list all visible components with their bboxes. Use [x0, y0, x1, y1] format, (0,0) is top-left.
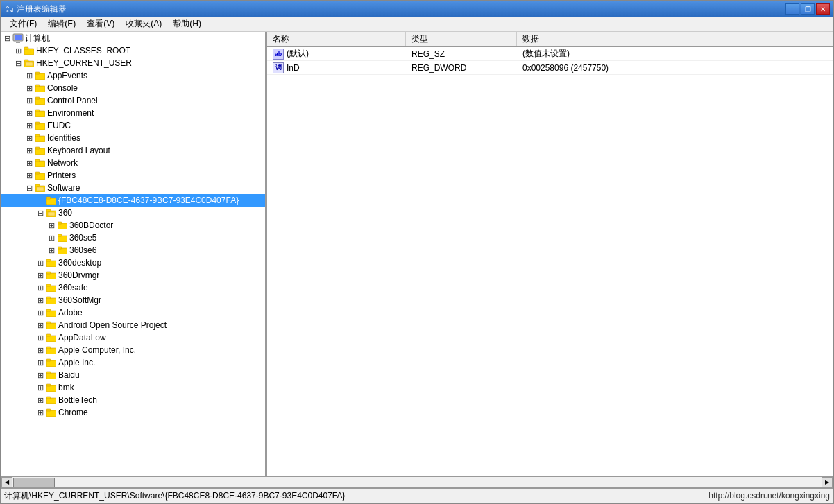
folder-icon-android_oss: [46, 320, 57, 331]
tree-label-360se5: 360se5: [69, 232, 96, 244]
tree-item-control_panel[interactable]: ⊞ Control Panel: [1, 94, 265, 107]
tree-item-bmk[interactable]: ⊞ bmk: [1, 381, 265, 394]
close-button[interactable]: ✕: [816, 3, 830, 15]
tree-item-chrome[interactable]: ⊞ Chrome: [1, 406, 265, 419]
expand-btn-360se5[interactable]: ⊞: [46, 232, 57, 243]
tree-label-360bdoctor: 360BDoctor: [69, 219, 113, 232]
expand-btn-360bdoctor[interactable]: ⊞: [46, 220, 57, 231]
menu-view[interactable]: 查看(V): [81, 17, 120, 31]
tree-item-printers[interactable]: ⊞ Printers: [1, 169, 265, 182]
tree-item-360desktop[interactable]: ⊞ 360desktop: [1, 257, 265, 269]
tree-item-360softmgr[interactable]: ⊞ 360SoftMgr: [1, 294, 265, 306]
expand-btn-computer[interactable]: ⊟: [1, 33, 12, 44]
table-row[interactable]: ab(默认)REG_SZ(数值未设置): [267, 47, 833, 61]
svg-rect-56: [46, 360, 56, 367]
menu-file[interactable]: 文件(F): [4, 17, 42, 31]
tree-item-bottletech[interactable]: ⊞ BottleTech: [1, 394, 265, 406]
tree-item-360drvmgr[interactable]: ⊞ 360Drvmgr: [1, 269, 265, 281]
tree-item-fbc48ce8[interactable]: {FBC48CE8-D8CE-4637-9BC7-93E4C0D407FA}: [1, 194, 265, 207]
expand-btn-apple_computer[interactable]: ⊞: [35, 345, 46, 356]
tree-item-360safe[interactable]: ⊞ 360safe: [1, 281, 265, 294]
tree-item-console[interactable]: ⊞ Console: [1, 82, 265, 94]
horizontal-scrollbar[interactable]: [12, 477, 822, 488]
menu-favorites[interactable]: 收藏夹(A): [120, 17, 167, 31]
folder-icon-chrome: [46, 407, 57, 418]
tree-item-computer[interactable]: ⊟计算机: [1, 32, 265, 44]
tree-item-apple_computer[interactable]: ⊞ Apple Computer, Inc.: [1, 344, 265, 356]
expand-btn-adobe[interactable]: ⊞: [35, 307, 46, 318]
tree-item-360se5[interactable]: ⊞ 360se5: [1, 232, 265, 244]
tree-item-adobe[interactable]: ⊞ Adobe: [1, 306, 265, 319]
table-row[interactable]: 调InDREG_DWORD0x00258096 (2457750): [267, 61, 833, 75]
bottom-scrollbar[interactable]: ◀ ▶: [1, 476, 833, 487]
regedit-window: 🗂 注册表编辑器 — ❐ ✕ 文件(F) 编辑(E) 查看(V) 收藏夹(A) …: [0, 0, 834, 504]
tree-item-network[interactable]: ⊞ Network: [1, 157, 265, 169]
svg-rect-10: [35, 86, 45, 92]
expand-btn-apple_inc[interactable]: ⊞: [35, 357, 46, 368]
tree-panel[interactable]: ⊟计算机⊞ HKEY_CLASSES_ROOT⊟ HKEY_CURRENT_US…: [1, 32, 267, 476]
tree-item-hkey_current_user[interactable]: ⊟ HKEY_CURRENT_USER: [1, 57, 265, 69]
svg-rect-34: [58, 223, 67, 229]
folder-icon-360se5: [57, 232, 68, 243]
expand-btn-printers[interactable]: ⊞: [24, 170, 35, 181]
expand-btn-network[interactable]: ⊞: [24, 157, 35, 168]
expand-btn-hkey_current_user[interactable]: ⊟: [12, 58, 24, 69]
tree-item-hkey_classes_root[interactable]: ⊞ HKEY_CLASSES_ROOT: [1, 44, 265, 57]
expand-btn-appevents[interactable]: ⊞: [24, 70, 35, 81]
svg-rect-63: [46, 397, 51, 399]
svg-rect-48: [46, 311, 56, 317]
scroll-left-arrow[interactable]: ◀: [1, 477, 12, 488]
main-content: ⊟计算机⊞ HKEY_CLASSES_ROOT⊟ HKEY_CURRENT_US…: [1, 32, 833, 476]
tree-label-eudc: EUDC: [47, 119, 71, 132]
tree-item-apple_inc[interactable]: ⊞ Apple Inc.: [1, 356, 265, 369]
tree-item-baidu[interactable]: ⊞ Baidu: [1, 369, 265, 381]
restore-button[interactable]: ❐: [801, 3, 815, 15]
tree-label-adobe: Adobe: [58, 306, 83, 319]
scroll-right-arrow[interactable]: ▶: [822, 477, 833, 488]
expand-btn-360softmgr[interactable]: ⊞: [35, 295, 46, 306]
expand-btn-360desktop[interactable]: ⊞: [35, 257, 46, 268]
expand-btn-360drvmgr[interactable]: ⊞: [35, 270, 46, 281]
tree-label-fbc48ce8: {FBC48CE8-D8CE-4637-9BC7-93E4C0D407FA}: [58, 194, 239, 207]
scrollbar-thumb[interactable]: [13, 478, 55, 487]
tree-label-android_oss: Android Open Source Project: [58, 319, 167, 331]
tree-item-environment[interactable]: ⊞ Environment: [1, 107, 265, 119]
tree-item-eudc[interactable]: ⊞ EUDC: [1, 119, 265, 132]
svg-rect-7: [26, 62, 33, 66]
tree-item-identities[interactable]: ⊞ Identities: [1, 132, 265, 144]
menu-edit[interactable]: 编辑(E): [42, 17, 81, 31]
tree-item-android_oss[interactable]: ⊞ Android Open Source Project: [1, 319, 265, 331]
tree-label-apple_computer: Apple Computer, Inc.: [58, 344, 136, 356]
expand-btn-control_panel[interactable]: ⊞: [24, 95, 35, 106]
expand-btn-console[interactable]: ⊞: [24, 82, 35, 94]
tree-item-appdatalow[interactable]: ⊞ AppDataLow: [1, 331, 265, 344]
tree-item-360bdoctor[interactable]: ⊞ 360BDoctor: [1, 219, 265, 232]
expand-btn-hkey_classes_root[interactable]: ⊞: [12, 45, 24, 56]
expand-btn-bottletech[interactable]: ⊞: [35, 394, 46, 406]
expand-btn-environment[interactable]: ⊞: [24, 107, 35, 119]
expand-btn-keyboard_layout[interactable]: ⊞: [24, 145, 35, 156]
menu-help[interactable]: 帮助(H): [167, 17, 207, 31]
expand-btn-bmk[interactable]: ⊞: [35, 382, 46, 393]
title-bar-title: 注册表编辑器: [17, 3, 67, 15]
tree-item-appevents[interactable]: ⊞ AppEvents: [1, 69, 265, 82]
expand-btn-appdatalow[interactable]: ⊞: [35, 332, 46, 343]
expand-btn-baidu[interactable]: ⊞: [35, 370, 46, 381]
minimize-button[interactable]: —: [785, 3, 799, 15]
svg-rect-28: [37, 187, 44, 191]
tree-item-360se6[interactable]: ⊞ 360se6: [1, 244, 265, 257]
expand-btn-identities[interactable]: ⊞: [24, 132, 35, 144]
folder-icon-bottletech: [46, 394, 57, 406]
expand-btn-360se6[interactable]: ⊞: [46, 245, 57, 256]
expand-btn-360safe[interactable]: ⊞: [35, 282, 46, 293]
expand-btn-software[interactable]: ⊟: [24, 182, 35, 193]
expand-btn-android_oss[interactable]: ⊞: [35, 320, 46, 331]
tree-item-360[interactable]: ⊟ 360: [1, 207, 265, 219]
tree-item-software[interactable]: ⊟ Software: [1, 182, 265, 194]
svg-rect-25: [35, 172, 40, 174]
expand-btn-360[interactable]: ⊟: [35, 207, 46, 218]
expand-btn-chrome[interactable]: ⊞: [35, 407, 46, 418]
tree-item-keyboard_layout[interactable]: ⊞ Keyboard Layout: [1, 144, 265, 157]
col-header-data: 数据: [517, 32, 794, 46]
expand-btn-eudc[interactable]: ⊞: [24, 120, 35, 131]
